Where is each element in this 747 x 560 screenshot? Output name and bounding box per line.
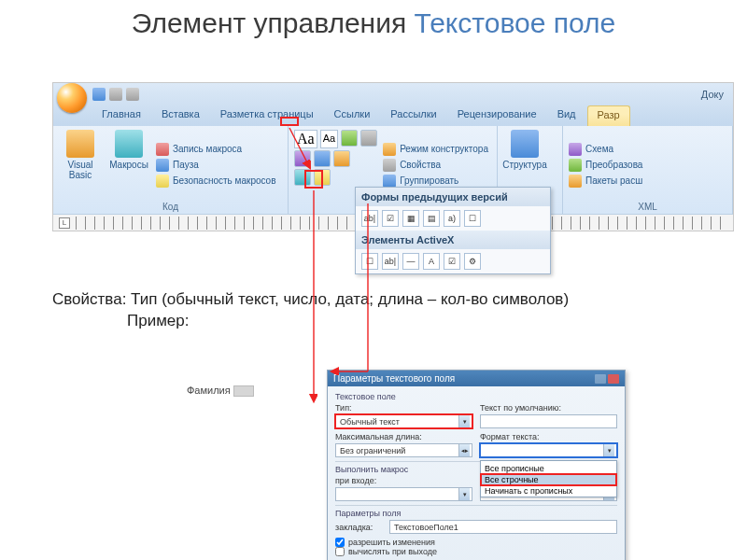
macro-security-button[interactable]: Безопасность макросов xyxy=(156,175,276,188)
bookmark-input[interactable]: ТекстовоеПоле1 xyxy=(389,520,617,534)
format-option-upper[interactable]: Все прописные xyxy=(481,463,616,474)
dialog-titlebar: Параметры текстового поля xyxy=(328,371,625,386)
reset-form-fields-icon[interactable]: ☐ xyxy=(464,210,481,227)
window-title: Доку xyxy=(701,89,729,100)
maxlen-label: Максимальная длина: xyxy=(335,432,472,441)
type-select[interactable]: Обычный текст▾ xyxy=(335,414,472,428)
format-option-titlecase[interactable]: Начинать с прописных xyxy=(481,485,616,497)
dropdown-form-field-icon[interactable]: ▦ xyxy=(402,210,419,227)
tab-developer[interactable]: Разр xyxy=(587,105,630,126)
format-option-lower[interactable]: Все строчные xyxy=(481,474,616,485)
rich-text-control-icon[interactable]: Aa xyxy=(294,130,317,148)
format-label: Формат текста: xyxy=(480,432,617,441)
calc-on-exit-label: вычислять при выходе xyxy=(348,547,437,556)
legacy-forms-row: ab| ☑ ▦ ▤ a) ☐ xyxy=(356,206,550,231)
default-text-label: Текст по умолчанию: xyxy=(480,403,617,413)
pause-icon xyxy=(156,159,169,172)
titlebar: Доку xyxy=(53,83,733,105)
group-button[interactable]: Группировать xyxy=(383,175,488,188)
tab-mailings[interactable]: Рассылки xyxy=(381,105,445,126)
save-icon[interactable] xyxy=(92,88,106,101)
macro-in-select[interactable]: ▾ xyxy=(335,487,472,501)
redo-icon[interactable] xyxy=(126,88,139,101)
activex-header: Элементы ActiveX xyxy=(356,231,550,249)
frame-icon[interactable]: ▤ xyxy=(423,210,440,227)
structure-icon xyxy=(511,130,539,158)
ax-checkbox-icon[interactable]: ☐ xyxy=(361,253,378,270)
shield-icon xyxy=(156,175,169,188)
legacy-tools-dropdown-icon[interactable] xyxy=(314,169,331,186)
dialog-title: Параметры текстового поля xyxy=(333,373,455,384)
checkbox-icon xyxy=(335,547,345,556)
tab-insert[interactable]: Вставка xyxy=(152,105,209,126)
record-icon xyxy=(156,143,169,156)
slide-title: Элемент управления Текстовое поле xyxy=(0,0,747,46)
schema-label: Схема xyxy=(585,144,613,154)
format-select[interactable]: ▾ xyxy=(480,443,617,457)
checkbox-icon xyxy=(335,538,345,547)
combobox-control-icon[interactable] xyxy=(360,130,377,147)
properties-label: Свойства xyxy=(400,160,441,170)
record-macro-label: Запись макроса xyxy=(173,144,242,154)
legacy-forms-header: Формы предыдущих версий xyxy=(356,188,550,206)
shading-icon[interactable]: a) xyxy=(444,210,460,227)
type-value: Обычный текст xyxy=(340,417,400,427)
tab-review[interactable]: Рецензирование xyxy=(448,105,546,126)
pause-macro-button[interactable]: Пауза xyxy=(156,159,276,172)
macros-button[interactable]: Макросы xyxy=(107,130,150,200)
expansion-packs-button[interactable]: Пакеты расш xyxy=(569,175,642,188)
ax-textbox-icon[interactable]: ab| xyxy=(382,253,399,270)
tab-page-layout[interactable]: Разметка страницы xyxy=(211,105,323,126)
date-picker-control-icon[interactable] xyxy=(314,150,331,167)
help-button-icon[interactable] xyxy=(595,374,606,384)
text-form-field-placeholder[interactable] xyxy=(233,385,254,397)
calc-on-exit-checkbox[interactable]: вычислять при выходе xyxy=(335,547,617,556)
expansion-packs-icon xyxy=(569,175,582,188)
ax-label-icon[interactable]: A xyxy=(423,253,440,270)
visual-basic-icon xyxy=(66,130,94,158)
bookmark-value: ТекстовоеПоле1 xyxy=(394,523,458,532)
record-macro-button[interactable]: Запись макроса xyxy=(156,143,276,156)
properties-text: Свойства: Тип (обычный текст, число, дат… xyxy=(52,289,725,311)
tab-home[interactable]: Главная xyxy=(92,105,150,126)
design-mode-button[interactable]: Режим конструктора xyxy=(383,143,488,156)
visual-basic-button[interactable]: Visual Basic xyxy=(59,130,102,200)
group-icon xyxy=(383,175,396,188)
ax-more-icon[interactable]: ⚙ xyxy=(464,253,481,270)
ax-option-icon[interactable]: ☑ xyxy=(444,253,460,270)
example-label: Пример: xyxy=(52,311,725,332)
schema-button[interactable]: Схема xyxy=(569,143,642,156)
group-xml: Схема Преобразова Пакеты расш XML xyxy=(563,126,733,214)
properties-button[interactable]: Свойства xyxy=(383,159,488,172)
window-buttons xyxy=(595,374,619,384)
office-button-icon[interactable] xyxy=(57,83,87,113)
group-code: Visual Basic Макросы Запись макроса Пауз… xyxy=(53,126,289,214)
allow-edit-checkbox[interactable]: разрешить изменения xyxy=(335,538,617,547)
text-form-field-icon[interactable]: ab| xyxy=(361,210,378,227)
transform-button[interactable]: Преобразова xyxy=(569,159,642,172)
macros-icon xyxy=(115,130,143,158)
tab-selector-icon[interactable]: L xyxy=(59,217,70,229)
pause-macro-label: Пауза xyxy=(173,160,199,170)
expansion-packs-label: Пакеты расш xyxy=(585,175,642,186)
checkbox-form-field-icon[interactable]: ☑ xyxy=(382,210,399,227)
chevron-down-icon: ▾ xyxy=(458,488,470,500)
undo-icon[interactable] xyxy=(109,88,122,101)
tab-view[interactable]: Вид xyxy=(548,105,585,126)
close-button-icon[interactable] xyxy=(608,374,619,384)
plain-text-control-icon[interactable]: Aa xyxy=(320,130,338,148)
text-field-options-dialog: Параметры текстового поля Текстовое поле… xyxy=(327,370,626,560)
group-label: Группировать xyxy=(400,175,458,186)
group-code-label: Код xyxy=(59,200,282,212)
building-block-control-icon[interactable] xyxy=(333,150,350,167)
bookmark-label: закладка: xyxy=(335,523,382,532)
maxlen-select[interactable]: Без ограничений◂▸ xyxy=(335,443,472,457)
chevron-down-icon: ▾ xyxy=(603,444,614,456)
default-text-input[interactable] xyxy=(480,414,617,428)
tab-references[interactable]: Ссылки xyxy=(325,105,380,126)
picture-control-icon[interactable] xyxy=(341,130,358,147)
ax-button-icon[interactable]: — xyxy=(402,253,419,270)
legacy-tools-icon[interactable] xyxy=(294,169,311,186)
field-label: Фамилия xyxy=(187,385,231,396)
dropdown-control-icon[interactable] xyxy=(294,150,311,167)
